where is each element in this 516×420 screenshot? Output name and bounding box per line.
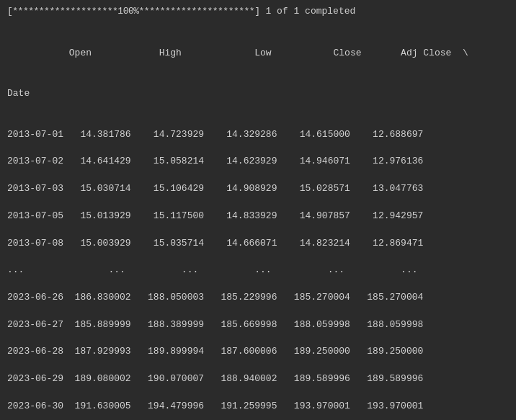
progress-bar: [********************100%***************…: [7, 6, 259, 17]
table-row: 2013-07-02 14.641429 15.058214 14.623929…: [7, 155, 509, 169]
progress-line: [********************100%***************…: [7, 6, 509, 17]
table-row: 2013-07-05 15.013929 15.117500 14.833929…: [7, 210, 509, 223]
table-row: 2013-07-01 14.381786 14.723929 14.329286…: [7, 128, 509, 142]
data-table-1: Open High Low Close Adj Close \ Date 201…: [7, 19, 509, 420]
table-row: 2023-06-26 186.830002 188.050003 185.229…: [7, 291, 509, 305]
table-row: 2023-06-28 187.929993 189.899994 187.600…: [7, 345, 509, 359]
table-row: 2013-07-08 15.003929 15.035714 14.666071…: [7, 237, 509, 251]
progress-status: 1 of 1 completed: [265, 6, 355, 17]
table1-rows: 2013-07-01 14.381786 14.723929 14.329286…: [7, 128, 509, 420]
table-row: ... ... ... ... ... ...: [7, 264, 509, 277]
table1-date-label: Date: [7, 87, 509, 101]
table-row: 2023-06-27 185.889999 188.389999 185.669…: [7, 318, 509, 332]
table1-header: Open High Low Close Adj Close \: [7, 47, 509, 61]
table-row: 2013-07-03 15.030714 15.106429 14.908929…: [7, 182, 509, 196]
table-row: 2023-06-30 191.630005 194.479996 191.259…: [7, 400, 509, 414]
terminal: [********************100%***************…: [0, 0, 516, 420]
table-row: 2023-06-29 189.080002 190.070007 188.940…: [7, 372, 509, 386]
